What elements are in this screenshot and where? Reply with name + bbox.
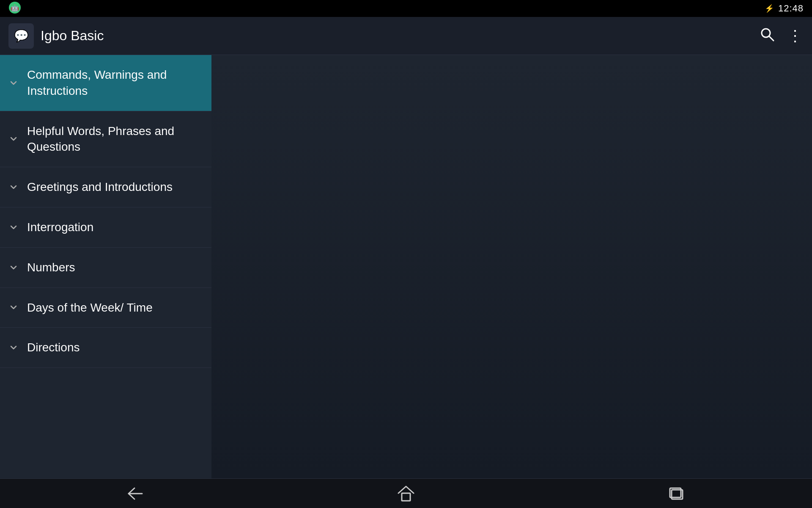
- interrogation-label: Interrogation: [27, 219, 93, 235]
- more-options-icon[interactable]: ⋮: [787, 27, 804, 45]
- commands-label: Commands, Warnings and Instructions: [27, 67, 203, 99]
- directions-label: Directions: [27, 340, 80, 356]
- chevron-helpful-icon: [8, 134, 19, 144]
- days-label: Days of the Week/ Time: [27, 300, 153, 316]
- chevron-days-icon: [8, 302, 19, 312]
- svg-text:🤖: 🤖: [11, 4, 19, 12]
- toolbar-actions: ⋮: [760, 27, 804, 45]
- status-bar-right: ⚡ 12:48: [765, 3, 804, 14]
- sidebar-item-commands[interactable]: Commands, Warnings and Instructions: [0, 55, 211, 111]
- app-icon: 💬: [8, 23, 34, 49]
- helpful-words-label: Helpful Words, Phrases and Questions: [27, 123, 203, 155]
- sidebar: Commands, Warnings and Instructions Help…: [0, 55, 211, 478]
- chevron-interrogation-icon: [8, 222, 19, 232]
- toolbar: 💬 Igbo Basic ⋮: [0, 17, 812, 55]
- chevron-commands-icon: [8, 78, 19, 88]
- android-logo-icon: 🤖: [8, 1, 21, 16]
- chevron-directions-icon: [8, 342, 19, 353]
- battery-icon: ⚡: [765, 4, 774, 13]
- clock: 12:48: [778, 3, 804, 14]
- nav-bar: [0, 478, 812, 508]
- app-title: Igbo Basic: [41, 28, 760, 44]
- chat-bubble-icon: 💬: [14, 29, 29, 43]
- svg-rect-5: [402, 493, 410, 501]
- sidebar-item-days-of-week[interactable]: Days of the Week/ Time: [0, 288, 211, 328]
- home-button[interactable]: [381, 481, 431, 506]
- status-bar: 🤖 ⚡ 12:48: [0, 0, 812, 17]
- recents-button[interactable]: [651, 482, 702, 505]
- numbers-label: Numbers: [27, 260, 75, 276]
- sidebar-item-interrogation[interactable]: Interrogation: [0, 207, 211, 248]
- back-button[interactable]: [110, 482, 161, 505]
- sidebar-item-directions[interactable]: Directions: [0, 328, 211, 368]
- greetings-label: Greetings and Introductions: [27, 179, 173, 195]
- svg-line-3: [769, 36, 774, 41]
- chevron-greetings-icon: [8, 182, 19, 192]
- sidebar-item-numbers[interactable]: Numbers: [0, 248, 211, 288]
- chevron-numbers-icon: [8, 262, 19, 273]
- main-content: Commands, Warnings and Instructions Help…: [0, 55, 812, 478]
- sidebar-item-greetings[interactable]: Greetings and Introductions: [0, 167, 211, 207]
- sidebar-item-helpful-words[interactable]: Helpful Words, Phrases and Questions: [0, 111, 211, 168]
- content-panel: [211, 55, 812, 478]
- search-icon[interactable]: [760, 27, 775, 45]
